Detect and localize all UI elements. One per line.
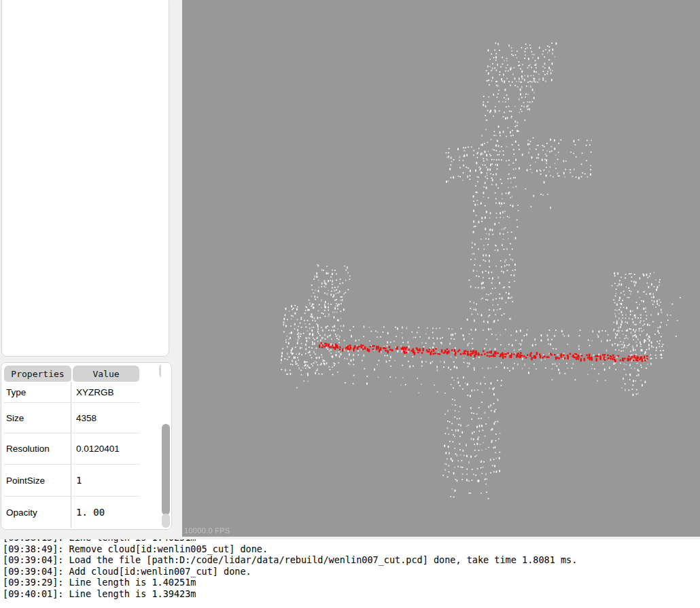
properties-panel: Properties Value Type XYZRGB Size 4358 R… xyxy=(1,362,172,530)
property-value[interactable]: 1 xyxy=(71,465,139,496)
cloud-tree-panel[interactable] xyxy=(1,0,169,357)
property-label: Size xyxy=(4,403,71,433)
property-label: Opacity xyxy=(4,497,71,528)
log-line: [09:39:29]: Line length is 1.40251m xyxy=(3,577,700,588)
property-label: Resolution xyxy=(4,433,71,464)
property-label: PointSize xyxy=(4,465,71,496)
table-row-size: Size 4358 xyxy=(4,403,140,433)
table-row-resolution: Resolution 0.0120401 xyxy=(4,433,140,465)
scrollbar-thumb[interactable] xyxy=(162,424,170,515)
property-value[interactable]: 4358 xyxy=(71,403,139,433)
log-line: [09:39:04]: Add cloud[id:wenlin007_cut] … xyxy=(3,566,700,577)
table-row-opacity: Opacity 1. 00 xyxy=(4,497,140,528)
properties-column-header[interactable]: Properties xyxy=(4,365,71,382)
table-row-pointsize: PointSize 1 xyxy=(4,465,140,497)
properties-table-header: Properties Value xyxy=(1,363,171,382)
table-row-type: Type XYZRGB xyxy=(4,382,140,403)
log-line: [09:40:01]: Line length is 1.39423m xyxy=(3,588,700,600)
property-value[interactable]: XYZRGB xyxy=(71,382,139,402)
fps-counter: 10000.0 FPS xyxy=(184,526,230,535)
properties-table: Type XYZRGB Size 4358 Resolution 0.01204… xyxy=(4,382,140,528)
pointcloud-viewport[interactable]: 10000.0 FPS xyxy=(182,0,700,537)
log-lines: [09:38:15]: Line length is 1.40251m [09:… xyxy=(0,539,700,599)
log-line: [09:39:04]: Load the file [path:D:/code/… xyxy=(3,554,700,566)
value-column-header[interactable]: Value xyxy=(73,365,139,382)
property-value[interactable]: 1. 00 xyxy=(71,497,139,528)
scrollbar-bottom-cap[interactable] xyxy=(162,514,170,528)
property-value[interactable]: 0.0120401 xyxy=(71,433,139,464)
property-label: Type xyxy=(4,382,71,402)
log-console[interactable]: [09:38:15]: Line length is 1.40251m [09:… xyxy=(0,539,700,608)
pointcloud-canvas[interactable] xyxy=(182,0,700,537)
log-line: [09:38:49]: Remove cloud[id:wenlin005_cu… xyxy=(3,543,700,555)
properties-scrollbar xyxy=(161,363,171,529)
